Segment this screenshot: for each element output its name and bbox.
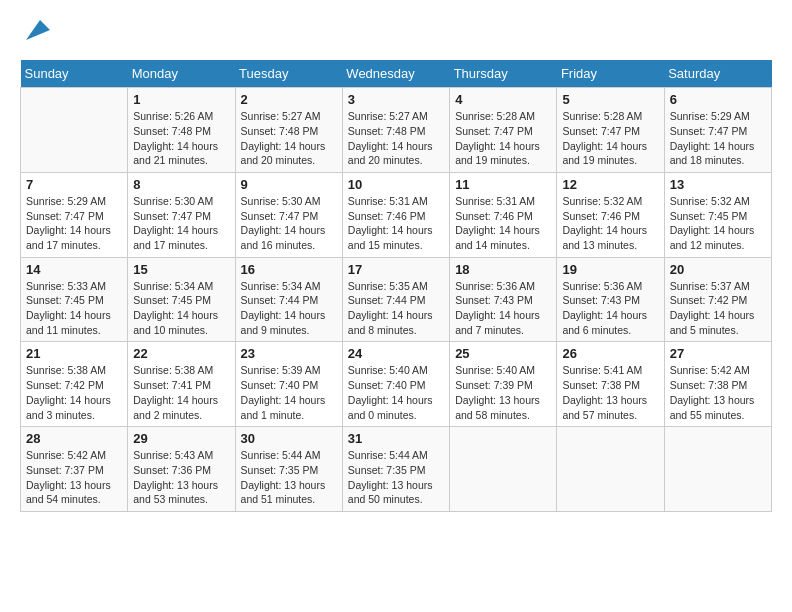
day-info: Sunrise: 5:39 AMSunset: 7:40 PMDaylight:… <box>241 363 337 422</box>
day-number: 19 <box>562 262 658 277</box>
day-cell: 7Sunrise: 5:29 AMSunset: 7:47 PMDaylight… <box>21 172 128 257</box>
day-cell: 10Sunrise: 5:31 AMSunset: 7:46 PMDayligh… <box>342 172 449 257</box>
column-header-friday: Friday <box>557 60 664 88</box>
column-header-thursday: Thursday <box>450 60 557 88</box>
day-info: Sunrise: 5:37 AMSunset: 7:42 PMDaylight:… <box>670 279 766 338</box>
day-number: 25 <box>455 346 551 361</box>
day-cell: 28Sunrise: 5:42 AMSunset: 7:37 PMDayligh… <box>21 427 128 512</box>
week-row-3: 14Sunrise: 5:33 AMSunset: 7:45 PMDayligh… <box>21 257 772 342</box>
page-header <box>20 20 772 44</box>
day-cell: 15Sunrise: 5:34 AMSunset: 7:45 PMDayligh… <box>128 257 235 342</box>
day-info: Sunrise: 5:26 AMSunset: 7:48 PMDaylight:… <box>133 109 229 168</box>
day-info: Sunrise: 5:27 AMSunset: 7:48 PMDaylight:… <box>241 109 337 168</box>
day-cell: 6Sunrise: 5:29 AMSunset: 7:47 PMDaylight… <box>664 88 771 173</box>
day-number: 11 <box>455 177 551 192</box>
day-cell: 8Sunrise: 5:30 AMSunset: 7:47 PMDaylight… <box>128 172 235 257</box>
day-cell: 19Sunrise: 5:36 AMSunset: 7:43 PMDayligh… <box>557 257 664 342</box>
day-cell <box>21 88 128 173</box>
day-info: Sunrise: 5:31 AMSunset: 7:46 PMDaylight:… <box>348 194 444 253</box>
day-cell: 16Sunrise: 5:34 AMSunset: 7:44 PMDayligh… <box>235 257 342 342</box>
day-number: 27 <box>670 346 766 361</box>
day-cell: 1Sunrise: 5:26 AMSunset: 7:48 PMDaylight… <box>128 88 235 173</box>
day-info: Sunrise: 5:28 AMSunset: 7:47 PMDaylight:… <box>562 109 658 168</box>
day-cell: 27Sunrise: 5:42 AMSunset: 7:38 PMDayligh… <box>664 342 771 427</box>
day-cell: 30Sunrise: 5:44 AMSunset: 7:35 PMDayligh… <box>235 427 342 512</box>
day-cell: 22Sunrise: 5:38 AMSunset: 7:41 PMDayligh… <box>128 342 235 427</box>
day-cell: 24Sunrise: 5:40 AMSunset: 7:40 PMDayligh… <box>342 342 449 427</box>
day-info: Sunrise: 5:42 AMSunset: 7:38 PMDaylight:… <box>670 363 766 422</box>
day-info: Sunrise: 5:33 AMSunset: 7:45 PMDaylight:… <box>26 279 122 338</box>
day-number: 9 <box>241 177 337 192</box>
day-info: Sunrise: 5:34 AMSunset: 7:44 PMDaylight:… <box>241 279 337 338</box>
day-number: 7 <box>26 177 122 192</box>
day-cell: 11Sunrise: 5:31 AMSunset: 7:46 PMDayligh… <box>450 172 557 257</box>
day-info: Sunrise: 5:44 AMSunset: 7:35 PMDaylight:… <box>241 448 337 507</box>
day-info: Sunrise: 5:35 AMSunset: 7:44 PMDaylight:… <box>348 279 444 338</box>
day-number: 20 <box>670 262 766 277</box>
day-info: Sunrise: 5:42 AMSunset: 7:37 PMDaylight:… <box>26 448 122 507</box>
day-number: 4 <box>455 92 551 107</box>
day-cell: 2Sunrise: 5:27 AMSunset: 7:48 PMDaylight… <box>235 88 342 173</box>
day-cell: 31Sunrise: 5:44 AMSunset: 7:35 PMDayligh… <box>342 427 449 512</box>
day-info: Sunrise: 5:40 AMSunset: 7:39 PMDaylight:… <box>455 363 551 422</box>
day-number: 30 <box>241 431 337 446</box>
column-header-monday: Monday <box>128 60 235 88</box>
day-cell <box>664 427 771 512</box>
logo <box>20 20 50 44</box>
day-cell <box>450 427 557 512</box>
calendar-table: SundayMondayTuesdayWednesdayThursdayFrid… <box>20 60 772 512</box>
day-info: Sunrise: 5:31 AMSunset: 7:46 PMDaylight:… <box>455 194 551 253</box>
day-info: Sunrise: 5:40 AMSunset: 7:40 PMDaylight:… <box>348 363 444 422</box>
day-info: Sunrise: 5:29 AMSunset: 7:47 PMDaylight:… <box>26 194 122 253</box>
day-number: 15 <box>133 262 229 277</box>
column-header-sunday: Sunday <box>21 60 128 88</box>
day-cell: 3Sunrise: 5:27 AMSunset: 7:48 PMDaylight… <box>342 88 449 173</box>
day-cell: 23Sunrise: 5:39 AMSunset: 7:40 PMDayligh… <box>235 342 342 427</box>
day-info: Sunrise: 5:30 AMSunset: 7:47 PMDaylight:… <box>241 194 337 253</box>
column-header-saturday: Saturday <box>664 60 771 88</box>
day-number: 8 <box>133 177 229 192</box>
day-cell: 25Sunrise: 5:40 AMSunset: 7:39 PMDayligh… <box>450 342 557 427</box>
day-number: 29 <box>133 431 229 446</box>
day-info: Sunrise: 5:30 AMSunset: 7:47 PMDaylight:… <box>133 194 229 253</box>
day-number: 10 <box>348 177 444 192</box>
week-row-2: 7Sunrise: 5:29 AMSunset: 7:47 PMDaylight… <box>21 172 772 257</box>
day-cell: 14Sunrise: 5:33 AMSunset: 7:45 PMDayligh… <box>21 257 128 342</box>
calendar-header-row: SundayMondayTuesdayWednesdayThursdayFrid… <box>21 60 772 88</box>
column-header-wednesday: Wednesday <box>342 60 449 88</box>
day-cell: 18Sunrise: 5:36 AMSunset: 7:43 PMDayligh… <box>450 257 557 342</box>
day-cell: 4Sunrise: 5:28 AMSunset: 7:47 PMDaylight… <box>450 88 557 173</box>
day-number: 23 <box>241 346 337 361</box>
day-info: Sunrise: 5:29 AMSunset: 7:47 PMDaylight:… <box>670 109 766 168</box>
week-row-4: 21Sunrise: 5:38 AMSunset: 7:42 PMDayligh… <box>21 342 772 427</box>
day-number: 24 <box>348 346 444 361</box>
logo-icon <box>22 16 50 44</box>
day-info: Sunrise: 5:38 AMSunset: 7:41 PMDaylight:… <box>133 363 229 422</box>
day-cell: 29Sunrise: 5:43 AMSunset: 7:36 PMDayligh… <box>128 427 235 512</box>
day-number: 22 <box>133 346 229 361</box>
week-row-1: 1Sunrise: 5:26 AMSunset: 7:48 PMDaylight… <box>21 88 772 173</box>
day-number: 5 <box>562 92 658 107</box>
day-number: 28 <box>26 431 122 446</box>
day-number: 17 <box>348 262 444 277</box>
svg-marker-0 <box>26 20 50 40</box>
day-number: 21 <box>26 346 122 361</box>
day-number: 18 <box>455 262 551 277</box>
day-cell: 5Sunrise: 5:28 AMSunset: 7:47 PMDaylight… <box>557 88 664 173</box>
day-info: Sunrise: 5:32 AMSunset: 7:46 PMDaylight:… <box>562 194 658 253</box>
day-cell: 9Sunrise: 5:30 AMSunset: 7:47 PMDaylight… <box>235 172 342 257</box>
day-info: Sunrise: 5:32 AMSunset: 7:45 PMDaylight:… <box>670 194 766 253</box>
day-number: 16 <box>241 262 337 277</box>
day-cell: 21Sunrise: 5:38 AMSunset: 7:42 PMDayligh… <box>21 342 128 427</box>
day-info: Sunrise: 5:27 AMSunset: 7:48 PMDaylight:… <box>348 109 444 168</box>
day-info: Sunrise: 5:34 AMSunset: 7:45 PMDaylight:… <box>133 279 229 338</box>
day-cell <box>557 427 664 512</box>
day-number: 14 <box>26 262 122 277</box>
day-cell: 26Sunrise: 5:41 AMSunset: 7:38 PMDayligh… <box>557 342 664 427</box>
day-cell: 17Sunrise: 5:35 AMSunset: 7:44 PMDayligh… <box>342 257 449 342</box>
day-number: 31 <box>348 431 444 446</box>
column-header-tuesday: Tuesday <box>235 60 342 88</box>
day-number: 13 <box>670 177 766 192</box>
day-info: Sunrise: 5:44 AMSunset: 7:35 PMDaylight:… <box>348 448 444 507</box>
day-info: Sunrise: 5:36 AMSunset: 7:43 PMDaylight:… <box>455 279 551 338</box>
